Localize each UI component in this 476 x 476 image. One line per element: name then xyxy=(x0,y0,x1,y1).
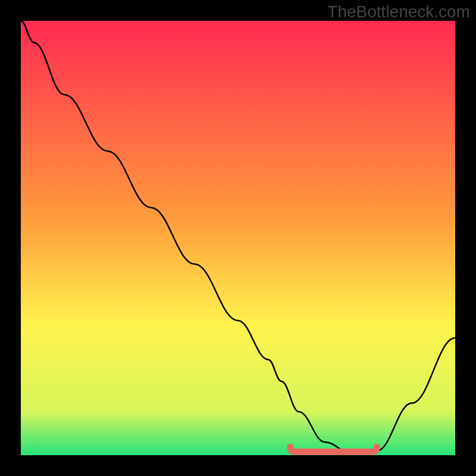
watermark-text: TheBottleneck.com xyxy=(327,2,470,21)
bottleneck-plot xyxy=(21,21,455,455)
gradient-background xyxy=(21,21,455,455)
chart-container: TheBottleneck.com xyxy=(0,0,476,476)
